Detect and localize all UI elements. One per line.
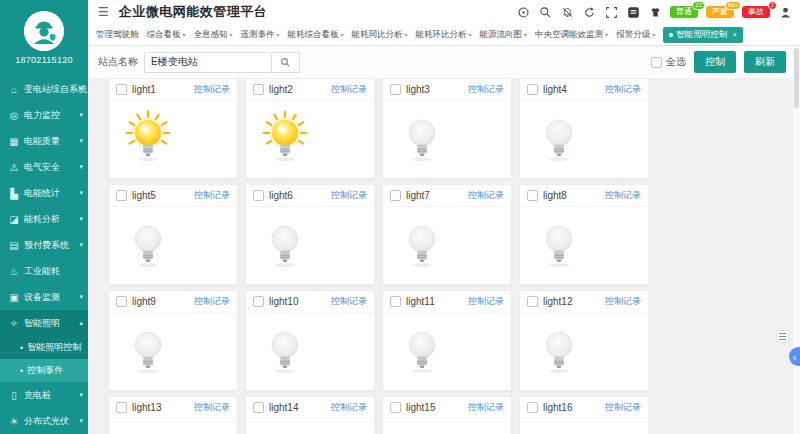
light-name: light16: [543, 402, 572, 413]
tab-item[interactable]: 报警分级 ▾: [616, 29, 655, 41]
light-checkbox[interactable]: [527, 296, 538, 307]
light-card-header: light8 控制记录: [520, 185, 648, 207]
close-tab-icon[interactable]: ×: [732, 30, 737, 39]
sidebar-item[interactable]: ▤ 预付费系统 ▾: [0, 232, 88, 258]
light-checkbox[interactable]: [116, 402, 127, 413]
alarm-badge-accident[interactable]: 事故2: [742, 6, 770, 18]
expand-panel-button[interactable]: ‹: [789, 347, 800, 366]
tab-item[interactable]: 管理驾驶舱: [96, 29, 139, 41]
user-icon[interactable]: [778, 5, 792, 19]
tab-item[interactable]: 能耗环比分析 ▾: [416, 29, 472, 41]
light-card-body: [520, 207, 648, 285]
sidebar-item-label: 电气安全: [24, 161, 60, 174]
tab-item[interactable]: 能耗综合看板 ▾: [288, 29, 344, 41]
control-record-link[interactable]: 控制记录: [605, 83, 641, 96]
scrollbar-thumb[interactable]: [794, 48, 799, 108]
light-checkbox[interactable]: [527, 402, 538, 413]
sidebar-subitem[interactable]: • 控制事件: [0, 359, 88, 382]
tab-item[interactable]: 遥测事件 ▾: [241, 29, 280, 41]
sidebar-item[interactable]: ♨ 工业能耗: [0, 258, 88, 284]
bulb-icon: [260, 322, 310, 383]
widget-panel-icon[interactable]: [776, 330, 789, 343]
chevron-icon: ▾: [79, 241, 83, 249]
light-name: light9: [132, 296, 156, 307]
light-name: light15: [406, 402, 435, 413]
select-all-checkbox[interactable]: [651, 57, 662, 68]
search-icon[interactable]: [538, 5, 552, 19]
control-record-link[interactable]: 控制记录: [331, 189, 367, 202]
energy-analysis-icon: ◪: [8, 214, 20, 225]
sidebar-item[interactable]: ⌂ 变电站综自系统 ▾: [0, 76, 88, 102]
light-checkbox[interactable]: [116, 84, 127, 95]
bulb-icon: [534, 110, 584, 171]
sidebar-item[interactable]: ☀ 分布式光伏 ▾: [0, 408, 88, 434]
tab-item[interactable]: 能耗同比分析 ▾: [352, 29, 408, 41]
sidebar-item-label: 充电桩: [24, 389, 51, 402]
light-checkbox[interactable]: [527, 84, 538, 95]
bulb-icon: [123, 322, 173, 383]
control-record-link[interactable]: 控制记录: [605, 189, 641, 202]
light-checkbox[interactable]: [390, 84, 401, 95]
tab-item[interactable]: 全息感知 ▾: [194, 29, 233, 41]
tab-item[interactable]: 能源流向图 ▾: [480, 29, 528, 41]
alarm-badge-serious[interactable]: 严重99+: [706, 6, 734, 18]
light-checkbox[interactable]: [253, 296, 264, 307]
control-record-link[interactable]: 控制记录: [468, 401, 504, 414]
tab-label: 能耗综合看板: [288, 29, 339, 41]
control-button[interactable]: 控制: [694, 51, 736, 73]
control-record-link[interactable]: 控制记录: [468, 189, 504, 202]
light-card: light1 控制记录: [108, 78, 238, 179]
light-name: light10: [269, 296, 298, 307]
control-record-link[interactable]: 控制记录: [194, 401, 230, 414]
site-name-input[interactable]: [144, 52, 272, 73]
refresh-icon[interactable]: [582, 5, 596, 19]
avatar[interactable]: [24, 11, 64, 51]
fullscreen-icon[interactable]: [604, 5, 618, 19]
sidebar-subitem[interactable]: • 智能照明控制: [0, 336, 88, 359]
light-checkbox[interactable]: [527, 190, 538, 201]
control-record-link[interactable]: 控制记录: [331, 295, 367, 308]
control-record-link[interactable]: 控制记录: [468, 83, 504, 96]
alarm-count-serious: 99+: [725, 1, 741, 10]
notifications-muted-icon[interactable]: [560, 5, 574, 19]
bullet-icon: •: [20, 343, 23, 353]
theme-shirt-icon[interactable]: [648, 5, 662, 19]
tab-item[interactable]: 综合看板 ▾: [147, 29, 186, 41]
bulb-icon: [260, 216, 310, 277]
site-search-button[interactable]: [272, 52, 300, 73]
sidebar-item[interactable]: ◎ 电力监控 ▾: [0, 102, 88, 128]
light-checkbox[interactable]: [390, 296, 401, 307]
control-record-link[interactable]: 控制记录: [468, 295, 504, 308]
dark-app-icon[interactable]: [626, 5, 640, 19]
control-record-link[interactable]: 控制记录: [605, 401, 641, 414]
dashboard-icon[interactable]: [516, 5, 530, 19]
sidebar-item[interactable]: ⚠ 电气安全 ▾: [0, 154, 88, 180]
refresh-button[interactable]: 刷新: [744, 51, 786, 73]
sidebar-item[interactable]: ▣ 设备监测 ▾: [0, 284, 88, 310]
menu-toggle-icon[interactable]: ☰: [98, 5, 109, 19]
tab-item[interactable]: 中央空调能效监测 ▾: [535, 29, 608, 41]
sidebar-item[interactable]: ✧ 智能照明 ▴: [0, 310, 88, 336]
sidebar-item-label: 分布式光伏: [24, 415, 69, 428]
sidebar-item[interactable]: ▯ 充电桩 ▾: [0, 382, 88, 408]
control-record-link[interactable]: 控制记录: [331, 401, 367, 414]
control-record-link[interactable]: 控制记录: [194, 83, 230, 96]
light-checkbox[interactable]: [253, 190, 264, 201]
light-checkbox[interactable]: [253, 402, 264, 413]
light-checkbox[interactable]: [116, 190, 127, 201]
control-record-link[interactable]: 控制记录: [605, 295, 641, 308]
light-card: light12 控制记录: [519, 290, 649, 391]
tab-smart-lighting-control[interactable]: 智能照明控制 ×: [663, 27, 743, 43]
control-record-link[interactable]: 控制记录: [331, 83, 367, 96]
sidebar-item[interactable]: ▙ 电能统计 ▾: [0, 180, 88, 206]
light-checkbox[interactable]: [390, 402, 401, 413]
alarm-badge-normal[interactable]: 普通22: [670, 6, 698, 18]
sidebar-item[interactable]: ◪ 能耗分析 ▾: [0, 206, 88, 232]
control-record-link[interactable]: 控制记录: [194, 295, 230, 308]
control-record-link[interactable]: 控制记录: [194, 189, 230, 202]
light-checkbox[interactable]: [253, 84, 264, 95]
sidebar-item[interactable]: ▦ 电能质量 ▾: [0, 128, 88, 154]
header-icons: 普通22 严重99+ 事故2: [516, 5, 792, 19]
light-checkbox[interactable]: [390, 190, 401, 201]
light-checkbox[interactable]: [116, 296, 127, 307]
